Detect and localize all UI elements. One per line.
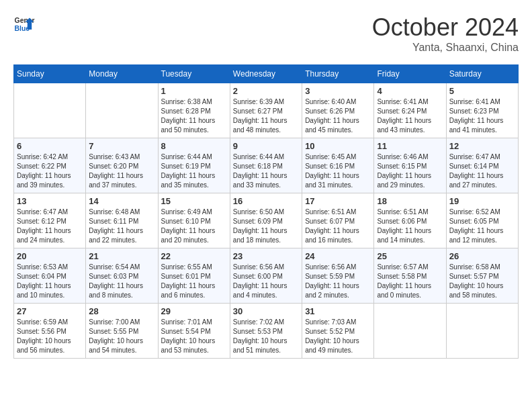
day-info: Sunrise: 6:48 AM Sunset: 6:11 PM Dayligh… [89,208,154,245]
month-title: October 2024 [372,13,519,42]
day-info: Sunrise: 6:51 AM Sunset: 6:06 PM Dayligh… [377,208,443,245]
day-info: Sunrise: 6:50 AM Sunset: 6:09 PM Dayligh… [233,208,299,245]
day-number: 22 [161,251,227,261]
calendar-cell: 29Sunrise: 7:01 AM Sunset: 5:54 PM Dayli… [158,304,230,359]
calendar-cell: 17Sunrise: 6:51 AM Sunset: 6:07 PM Dayli… [302,193,374,248]
day-number: 11 [377,141,443,151]
day-info: Sunrise: 6:55 AM Sunset: 6:01 PM Dayligh… [161,263,227,300]
day-of-week-header: Thursday [302,65,374,83]
day-number: 8 [161,141,227,151]
day-number: 19 [449,196,515,206]
day-info: Sunrise: 6:40 AM Sunset: 6:26 PM Dayligh… [305,97,371,135]
day-number: 23 [233,251,299,261]
calendar-cell: 5Sunrise: 6:41 AM Sunset: 6:23 PM Daylig… [446,83,518,138]
day-info: Sunrise: 7:03 AM Sunset: 5:52 PM Dayligh… [305,318,371,355]
day-info: Sunrise: 6:44 AM Sunset: 6:19 PM Dayligh… [161,152,227,190]
calendar-cell: 3Sunrise: 6:40 AM Sunset: 6:26 PM Daylig… [302,83,374,138]
calendar-cell: 16Sunrise: 6:50 AM Sunset: 6:09 PM Dayli… [230,193,302,248]
calendar-cell: 11Sunrise: 6:46 AM Sunset: 6:15 PM Dayli… [374,138,446,193]
day-number: 26 [449,251,515,261]
day-of-week-header: Friday [374,65,446,83]
day-number: 2 [233,86,299,96]
day-info: Sunrise: 6:51 AM Sunset: 6:07 PM Dayligh… [305,208,371,245]
day-number: 10 [305,141,371,151]
calendar-cell: 15Sunrise: 6:49 AM Sunset: 6:10 PM Dayli… [158,193,230,248]
calendar-cell: 12Sunrise: 6:47 AM Sunset: 6:14 PM Dayli… [446,138,518,193]
day-info: Sunrise: 6:59 AM Sunset: 5:56 PM Dayligh… [17,318,83,355]
day-info: Sunrise: 6:43 AM Sunset: 6:20 PM Dayligh… [89,152,154,190]
calendar-cell: 4Sunrise: 6:41 AM Sunset: 6:24 PM Daylig… [374,83,446,138]
day-number: 24 [305,251,371,261]
day-number: 15 [161,196,227,206]
day-of-week-header: Monday [86,65,158,83]
calendar-cell: 1Sunrise: 6:38 AM Sunset: 6:28 PM Daylig… [158,83,230,138]
calendar-cell: 24Sunrise: 6:56 AM Sunset: 5:59 PM Dayli… [302,248,374,304]
calendar-cell: 25Sunrise: 6:57 AM Sunset: 5:58 PM Dayli… [374,248,446,304]
calendar-cell: 22Sunrise: 6:55 AM Sunset: 6:01 PM Dayli… [158,248,230,304]
calendar-header-row: SundayMondayTuesdayWednesdayThursdayFrid… [14,65,519,83]
day-info: Sunrise: 6:46 AM Sunset: 6:15 PM Dayligh… [377,152,443,190]
day-number: 16 [233,196,299,206]
calendar-cell: 27Sunrise: 6:59 AM Sunset: 5:56 PM Dayli… [14,304,86,359]
calendar-table: SundayMondayTuesdayWednesdayThursdayFrid… [13,64,519,359]
day-info: Sunrise: 6:58 AM Sunset: 5:57 PM Dayligh… [449,263,515,300]
calendar-cell [374,304,446,359]
calendar-cell: 2Sunrise: 6:39 AM Sunset: 6:27 PM Daylig… [230,83,302,138]
day-number: 6 [17,141,83,151]
calendar-cell: 28Sunrise: 7:00 AM Sunset: 5:55 PM Dayli… [86,304,158,359]
calendar-cell: 19Sunrise: 6:52 AM Sunset: 6:05 PM Dayli… [446,193,518,248]
logo-icon: General Blue [13,13,35,35]
day-info: Sunrise: 6:53 AM Sunset: 6:04 PM Dayligh… [17,263,83,300]
calendar-cell: 8Sunrise: 6:44 AM Sunset: 6:19 PM Daylig… [158,138,230,193]
day-number: 7 [89,141,154,151]
day-info: Sunrise: 6:47 AM Sunset: 6:12 PM Dayligh… [17,208,83,245]
day-number: 17 [305,196,371,206]
day-info: Sunrise: 6:52 AM Sunset: 6:05 PM Dayligh… [449,208,515,245]
calendar-week-row: 13Sunrise: 6:47 AM Sunset: 6:12 PM Dayli… [14,193,519,248]
day-of-week-header: Sunday [14,65,86,83]
calendar-week-row: 6Sunrise: 6:42 AM Sunset: 6:22 PM Daylig… [14,138,519,193]
day-info: Sunrise: 6:56 AM Sunset: 6:00 PM Dayligh… [233,263,299,300]
calendar-cell: 7Sunrise: 6:43 AM Sunset: 6:20 PM Daylig… [86,138,158,193]
day-number: 5 [449,86,515,96]
day-info: Sunrise: 6:57 AM Sunset: 5:58 PM Dayligh… [377,263,443,300]
calendar-cell: 10Sunrise: 6:45 AM Sunset: 6:16 PM Dayli… [302,138,374,193]
page-header: General Blue October 2024 Yanta, Shaanxi… [13,13,519,54]
title-section: October 2024 Yanta, Shaanxi, China [372,13,519,54]
calendar-cell: 31Sunrise: 7:03 AM Sunset: 5:52 PM Dayli… [302,304,374,359]
day-info: Sunrise: 6:54 AM Sunset: 6:03 PM Dayligh… [89,263,154,300]
day-number: 30 [233,306,299,316]
calendar-cell: 21Sunrise: 6:54 AM Sunset: 6:03 PM Dayli… [86,248,158,304]
day-number: 31 [305,306,371,316]
day-number: 9 [233,141,299,151]
day-number: 14 [89,196,154,206]
day-info: Sunrise: 7:01 AM Sunset: 5:54 PM Dayligh… [161,318,227,355]
day-info: Sunrise: 6:47 AM Sunset: 6:14 PM Dayligh… [449,152,515,190]
logo: General Blue [13,13,35,35]
calendar-cell [86,83,158,138]
day-of-week-header: Wednesday [230,65,302,83]
day-of-week-header: Tuesday [158,65,230,83]
day-info: Sunrise: 6:45 AM Sunset: 6:16 PM Dayligh… [305,152,371,190]
calendar-cell [14,83,86,138]
calendar-week-row: 1Sunrise: 6:38 AM Sunset: 6:28 PM Daylig… [14,83,519,138]
day-of-week-header: Saturday [446,65,518,83]
calendar-cell: 13Sunrise: 6:47 AM Sunset: 6:12 PM Dayli… [14,193,86,248]
calendar-week-row: 20Sunrise: 6:53 AM Sunset: 6:04 PM Dayli… [14,248,519,304]
day-number: 12 [449,141,515,151]
day-number: 21 [89,251,154,261]
day-info: Sunrise: 6:42 AM Sunset: 6:22 PM Dayligh… [17,152,83,190]
day-number: 25 [377,251,443,261]
day-number: 13 [17,196,83,206]
day-info: Sunrise: 6:56 AM Sunset: 5:59 PM Dayligh… [305,263,371,300]
day-number: 4 [377,86,443,96]
day-info: Sunrise: 6:38 AM Sunset: 6:28 PM Dayligh… [161,97,227,135]
day-info: Sunrise: 6:41 AM Sunset: 6:23 PM Dayligh… [449,97,515,135]
calendar-cell: 26Sunrise: 6:58 AM Sunset: 5:57 PM Dayli… [446,248,518,304]
day-info: Sunrise: 6:41 AM Sunset: 6:24 PM Dayligh… [377,97,443,135]
calendar-cell: 18Sunrise: 6:51 AM Sunset: 6:06 PM Dayli… [374,193,446,248]
day-number: 3 [305,86,371,96]
day-info: Sunrise: 6:49 AM Sunset: 6:10 PM Dayligh… [161,208,227,245]
calendar-cell: 6Sunrise: 6:42 AM Sunset: 6:22 PM Daylig… [14,138,86,193]
day-number: 1 [161,86,227,96]
